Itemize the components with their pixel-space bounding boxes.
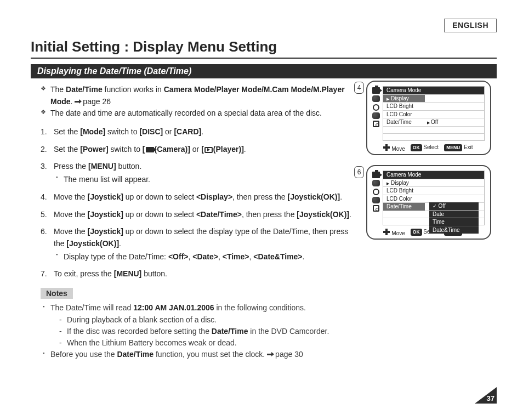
text: The [50, 85, 66, 94]
text: The Date/Time will read [50, 303, 133, 312]
menu-item: LCD Color [383, 110, 425, 118]
menu-item: Display [383, 179, 425, 187]
page-ref: page 30 [275, 350, 303, 359]
note-subitem: If the disc was recorded before setting … [59, 326, 356, 337]
page-ref: page 26 [83, 97, 111, 106]
text: . [244, 145, 246, 154]
settings-icon [373, 104, 379, 111]
step-item: Set the [Power] switch to [(Camera)] or … [41, 144, 356, 156]
page-ref-arrow-icon [267, 352, 274, 357]
submenu-option: Date&Time [429, 226, 479, 234]
text: . [119, 239, 121, 248]
text: button. [116, 162, 142, 171]
note-subitem: When the Lithium Battery becomes weak or… [59, 337, 356, 349]
manual-page: ENGLISH Initial Setting : Display Menu S… [0, 0, 523, 420]
page-title: Initial Setting : Display Menu Setting [31, 19, 497, 59]
menu-item: LCD Bright [383, 186, 425, 195]
text: Display type of the Date/Time: [64, 252, 168, 261]
bold: [Joystick(OK)] [287, 192, 340, 201]
text: function works in [103, 85, 164, 94]
steps-list: Set the [Mode] switch to [DISC] or [CARD… [41, 126, 356, 280]
disc-icon [373, 121, 379, 127]
bold: <Display> [196, 192, 232, 201]
screen-icon-column [372, 86, 380, 141]
callout-number: 6 [354, 166, 364, 178]
screen-illustration: Camera Mode Display LCD Bright LCD Color… [366, 81, 491, 155]
text: . [349, 210, 351, 219]
sub-item: The menu list will appear. [56, 174, 356, 186]
bold: [Power] [80, 145, 108, 154]
text: . [303, 252, 305, 261]
step-item: Move the [Joystick] up or down to select… [41, 226, 356, 263]
bold: [Joystick(OK)] [297, 210, 349, 219]
text: To exit, press the [54, 269, 114, 278]
bold: Date/Time [66, 85, 103, 94]
move-icon [383, 144, 390, 151]
text: Move the [54, 192, 87, 201]
side-column: 4 Camera Mode Display LC [366, 78, 497, 360]
move-icon [383, 229, 390, 235]
legend: Move OK Select MENU Exit [372, 144, 485, 152]
menu-panel: Camera Mode Display LCD Bright LCD Color… [383, 86, 485, 141]
bold: <Date&Time> [253, 252, 302, 261]
screen-icon-column [372, 171, 380, 225]
bold: <Off> [168, 252, 189, 261]
screen-illustration: Camera Mode Display LCD Bright LCD Color… [366, 165, 491, 240]
text: , then press the [232, 192, 287, 201]
menu-item: LCD Color [383, 195, 425, 203]
text: Set the [54, 127, 80, 136]
text: . [71, 97, 75, 106]
legend-text: Move [391, 146, 405, 152]
ok-badge-icon: OK [411, 229, 422, 236]
step-item: Move the [Joystick] up or down to select… [41, 191, 356, 203]
bold: [Mode] [80, 127, 105, 136]
bold: Date/Time [212, 327, 248, 336]
camera-mode-icon [372, 87, 380, 94]
menu-item: Date/Time [383, 118, 425, 126]
bold: [DISC] [139, 127, 163, 136]
text: or [163, 127, 174, 136]
menu-item-selected: Display [383, 94, 425, 103]
submenu-option-current: Off [429, 202, 479, 210]
camera-mode-icon [372, 172, 380, 178]
text: . [340, 192, 342, 201]
text: up or down to select [123, 210, 196, 219]
text: . [201, 127, 203, 136]
bold: [Joystick] [87, 210, 123, 219]
menu-panel: Camera Mode Display LCD Bright LCD Color… [383, 171, 485, 225]
disc-icon [373, 205, 379, 212]
bold: [Joystick(OK)] [66, 239, 119, 248]
bold: [Joystick] [87, 192, 123, 201]
menu-value: Off [425, 118, 484, 126]
legend-text: Move [391, 230, 405, 236]
section-title-bar: Displaying the Date/Time (Date/Time) [31, 64, 497, 78]
bold: <Time> [223, 252, 249, 261]
text: switch to [109, 145, 143, 154]
callout-4: 4 Camera Mode Display LC [366, 81, 497, 155]
menu-badge-icon: MENU [444, 144, 462, 151]
menu-item: LCD Bright [383, 102, 425, 110]
note-item: The Date/Time will read 12:00 AM JAN.01.… [43, 302, 356, 349]
menu-header: Camera Mode [383, 171, 484, 179]
main-column: The Date/Time function works in Camera M… [31, 78, 356, 360]
step-item: Move the [Joystick] up or down to select… [41, 209, 356, 221]
step-item: Press the [MENU] button. The menu list w… [41, 161, 356, 185]
notes-label: Notes [41, 288, 73, 299]
bold: [MENU] [88, 162, 116, 171]
intro-item: The Date/Time function works in Camera M… [41, 84, 356, 107]
mode-icon [372, 197, 380, 203]
camera-icon [146, 147, 154, 152]
text: switch to [105, 127, 139, 136]
bold: [ [143, 145, 145, 154]
notes-list: The Date/Time will read 12:00 AM JAN.01.… [43, 302, 356, 360]
callout-6: 6 Camera Mode Display LC [366, 165, 497, 240]
text: Press the [54, 162, 88, 171]
text: Move the [54, 227, 87, 236]
menu-header: Camera Mode [383, 87, 484, 94]
note-subitem: During playback of a blank section of a … [59, 314, 356, 326]
bold: [ [201, 145, 204, 154]
bold: <Date> [192, 252, 218, 261]
bold: Date/Time [117, 350, 154, 359]
text: in the DVD Camcorder. [248, 327, 329, 336]
legend-text: Select [423, 144, 439, 150]
